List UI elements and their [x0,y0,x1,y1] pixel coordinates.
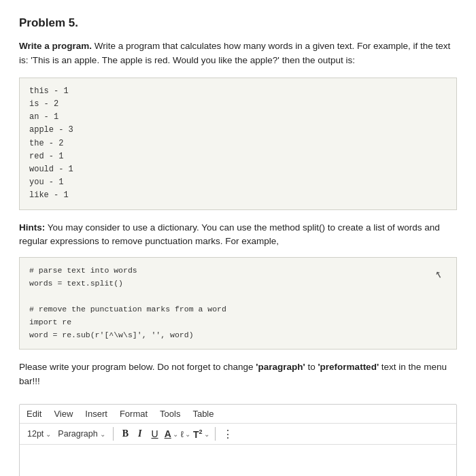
more-options-button[interactable]: ⋮ [222,428,233,441]
font-color-chevron-icon: ⌄ [173,430,178,438]
please-text: Please write your program below. Do not … [19,360,457,389]
editor-body[interactable] [20,445,456,476]
editor-area: Edit View Insert Format Tools Table 12pt… [19,404,457,476]
code-line: like - 1 [29,189,447,202]
output-code-block: this - 1 is - 2 an - 1 apple - 3 the - 2… [19,78,457,210]
superscript-dropdown[interactable]: T2 ⌄ [193,428,209,440]
superscript-chevron-icon: ⌄ [204,430,209,438]
code-line: the - 2 [29,137,447,150]
intro-text: Write a program. Write a program that ca… [19,39,457,68]
font-color-dropdown[interactable]: A ⌄ [165,428,178,439]
highlight-label: ℓ [181,429,184,439]
code-line: an - 1 [29,111,447,124]
code-line: red - 1 [29,150,447,163]
hints-section: Hints: You may consider to use a diction… [19,221,457,250]
bold-button[interactable]: B [119,428,132,440]
code-line: # parse text into words [29,265,447,277]
highlight-dropdown[interactable]: ℓ ⌄ [181,429,190,439]
code-line: # remove the punctuation marks from a wo… [29,303,447,316]
menu-edit[interactable]: Edit [27,409,41,419]
toolbar-separator [113,427,114,441]
paragraph-chevron-icon: ⌄ [100,430,105,438]
code-line: word = re.sub(r'[^\w\s]', '', word) [29,329,447,342]
highlight-chevron-icon: ⌄ [185,430,190,438]
paragraph-style-select[interactable]: Paragraph ⌄ [56,428,107,439]
font-size-chevron-icon: ⌄ [46,430,51,438]
code-line: this - 1 [29,85,447,98]
problem-title: Problem 5. [19,16,457,30]
menu-bar: Edit View Insert Format Tools Table [20,405,456,424]
hint-code-block: # parse text into words words = text.spl… [19,257,457,350]
menu-insert[interactable]: Insert [85,409,107,419]
menu-view[interactable]: View [54,409,73,419]
code-line: import re [29,316,447,329]
toolbar-separator-2 [215,427,216,441]
italic-button[interactable]: I [135,428,145,440]
code-line [29,290,447,303]
code-line: words = text.split() [29,277,447,290]
paragraph-style-label: Paragraph [58,429,97,439]
underline-button[interactable]: U [148,428,162,440]
code-line: would - 1 [29,163,447,176]
code-line: apple - 3 [29,124,447,137]
font-size-label: 12pt [27,429,44,439]
menu-format[interactable]: Format [120,409,148,419]
code-line: is - 2 [29,98,447,111]
superscript-label: T2 [193,428,203,440]
toolbar: 12pt ⌄ Paragraph ⌄ B I U A ⌄ ℓ ⌄ T2 ⌄ ⋮ [20,424,456,445]
code-line: you - 1 [29,176,447,189]
font-size-select[interactable]: 12pt ⌄ [25,428,53,439]
menu-table[interactable]: Table [192,409,214,419]
menu-tools[interactable]: Tools [160,409,180,419]
font-color-label: A [165,428,171,439]
